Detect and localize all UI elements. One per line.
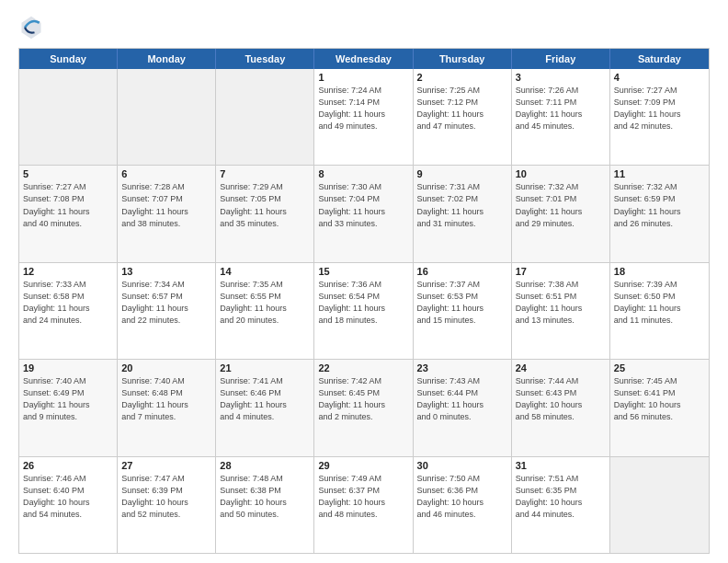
- day-info: and 45 minutes.: [516, 121, 606, 132]
- day-info: Daylight: 11 hours: [417, 303, 507, 315]
- day-info: and 7 minutes.: [121, 411, 211, 423]
- day-number: 28: [220, 460, 310, 471]
- calendar-cell: 9Sunrise: 7:31 AMSunset: 7:02 PMDaylight…: [414, 166, 512, 261]
- day-info: and 29 minutes.: [516, 218, 606, 230]
- logo-icon: [18, 15, 44, 40]
- day-info: Sunrise: 7:39 AM: [614, 279, 705, 291]
- header-day-tuesday: Tuesday: [216, 49, 314, 69]
- day-info: Sunset: 7:08 PM: [23, 193, 113, 205]
- day-info: Sunrise: 7:43 AM: [417, 375, 507, 387]
- day-info: Daylight: 11 hours: [516, 206, 606, 218]
- day-info: and 13 minutes.: [516, 315, 606, 327]
- calendar-row-2: 5Sunrise: 7:27 AMSunset: 7:08 PMDaylight…: [19, 166, 709, 262]
- day-info: Sunrise: 7:48 AM: [220, 473, 310, 485]
- day-info: Sunrise: 7:35 AM: [220, 279, 310, 291]
- day-info: Sunrise: 7:30 AM: [318, 181, 408, 193]
- calendar-cell: 24Sunrise: 7:44 AMSunset: 6:43 PMDayligh…: [512, 360, 610, 455]
- calendar-cell: 1Sunrise: 7:24 AMSunset: 7:14 PMDaylight…: [314, 69, 413, 165]
- calendar-cell: 29Sunrise: 7:49 AMSunset: 6:37 PMDayligh…: [314, 457, 413, 553]
- day-number: 27: [121, 460, 211, 471]
- day-info: Sunrise: 7:27 AM: [23, 181, 113, 193]
- day-number: 5: [23, 168, 113, 179]
- day-info: Daylight: 10 hours: [220, 497, 310, 509]
- day-info: Sunset: 6:45 PM: [318, 387, 408, 399]
- calendar-cell: [118, 69, 216, 165]
- day-number: 10: [516, 168, 606, 179]
- day-info: Daylight: 11 hours: [318, 303, 408, 315]
- header-day-thursday: Thursday: [414, 49, 512, 69]
- calendar-cell: 13Sunrise: 7:34 AMSunset: 6:57 PMDayligh…: [118, 263, 216, 359]
- day-info: Sunset: 7:07 PM: [121, 193, 211, 205]
- calendar-cell: 23Sunrise: 7:43 AMSunset: 6:44 PMDayligh…: [414, 360, 512, 455]
- calendar-grid: 1Sunrise: 7:24 AMSunset: 7:14 PMDaylight…: [19, 69, 709, 553]
- day-info: Daylight: 10 hours: [516, 399, 606, 411]
- day-info: and 56 minutes.: [614, 411, 705, 423]
- day-info: Sunset: 6:41 PM: [614, 387, 705, 399]
- day-info: Sunset: 6:44 PM: [417, 387, 507, 399]
- day-info: Daylight: 11 hours: [516, 109, 606, 121]
- day-info: and 18 minutes.: [318, 315, 408, 327]
- day-info: Sunset: 6:58 PM: [23, 291, 113, 303]
- day-info: Daylight: 11 hours: [318, 206, 408, 218]
- day-info: Sunset: 6:37 PM: [318, 485, 408, 497]
- day-info: Sunrise: 7:49 AM: [318, 473, 408, 485]
- calendar-cell: 4Sunrise: 7:27 AMSunset: 7:09 PMDaylight…: [610, 69, 709, 165]
- day-info: and 20 minutes.: [220, 315, 310, 327]
- day-info: Sunset: 6:59 PM: [614, 193, 705, 205]
- day-info: Sunset: 6:43 PM: [516, 387, 606, 399]
- day-info: and 26 minutes.: [614, 218, 705, 230]
- calendar-cell: 25Sunrise: 7:45 AMSunset: 6:41 PMDayligh…: [610, 360, 709, 455]
- day-info: Daylight: 11 hours: [614, 109, 705, 121]
- day-info: Sunset: 6:36 PM: [417, 485, 507, 497]
- day-info: Sunrise: 7:50 AM: [417, 473, 507, 485]
- day-info: and 40 minutes.: [23, 218, 113, 230]
- day-number: 1: [318, 72, 408, 83]
- calendar-cell: [216, 69, 314, 165]
- calendar-cell: 18Sunrise: 7:39 AMSunset: 6:50 PMDayligh…: [610, 263, 709, 359]
- calendar-cell: 26Sunrise: 7:46 AMSunset: 6:40 PMDayligh…: [19, 457, 118, 553]
- day-info: Sunrise: 7:34 AM: [121, 279, 211, 291]
- header-day-sunday: Sunday: [19, 49, 118, 69]
- day-info: Daylight: 11 hours: [121, 206, 211, 218]
- calendar-cell: 31Sunrise: 7:51 AMSunset: 6:35 PMDayligh…: [512, 457, 610, 553]
- day-number: 8: [318, 168, 408, 179]
- day-info: Sunset: 6:49 PM: [23, 387, 113, 399]
- header-day-wednesday: Wednesday: [314, 49, 413, 69]
- day-info: Sunrise: 7:38 AM: [516, 279, 606, 291]
- day-info: Sunrise: 7:41 AM: [220, 375, 310, 387]
- day-info: and 24 minutes.: [23, 315, 113, 327]
- calendar-cell: [610, 457, 709, 553]
- day-info: Sunrise: 7:44 AM: [516, 375, 606, 387]
- day-info: and 58 minutes.: [516, 411, 606, 423]
- day-info: Daylight: 11 hours: [220, 399, 310, 411]
- day-info: Sunset: 6:39 PM: [121, 485, 211, 497]
- day-info: Daylight: 11 hours: [318, 109, 408, 121]
- day-info: Sunrise: 7:27 AM: [614, 85, 705, 97]
- calendar-cell: 21Sunrise: 7:41 AMSunset: 6:46 PMDayligh…: [216, 360, 314, 455]
- day-info: and 2 minutes.: [318, 411, 408, 423]
- day-number: 22: [318, 362, 408, 373]
- calendar-cell: 5Sunrise: 7:27 AMSunset: 7:08 PMDaylight…: [19, 166, 118, 261]
- day-number: 17: [516, 266, 606, 277]
- day-info: and 54 minutes.: [23, 509, 113, 521]
- day-info: Sunset: 7:09 PM: [614, 97, 705, 109]
- day-number: 3: [516, 72, 606, 83]
- day-info: and 33 minutes.: [318, 218, 408, 230]
- day-info: Sunrise: 7:42 AM: [318, 375, 408, 387]
- day-info: Daylight: 11 hours: [121, 303, 211, 315]
- day-info: Sunset: 6:46 PM: [220, 387, 310, 399]
- day-info: and 4 minutes.: [220, 411, 310, 423]
- day-info: Sunset: 7:05 PM: [220, 193, 310, 205]
- calendar-cell: 16Sunrise: 7:37 AMSunset: 6:53 PMDayligh…: [414, 263, 512, 359]
- header-day-monday: Monday: [118, 49, 216, 69]
- day-number: 26: [23, 460, 113, 471]
- day-number: 24: [516, 362, 606, 373]
- day-info: Sunset: 6:35 PM: [516, 485, 606, 497]
- day-info: Sunrise: 7:40 AM: [23, 375, 113, 387]
- day-number: 4: [614, 72, 705, 83]
- day-info: Sunset: 6:48 PM: [121, 387, 211, 399]
- calendar-cell: 12Sunrise: 7:33 AMSunset: 6:58 PMDayligh…: [19, 263, 118, 359]
- day-info: Sunrise: 7:31 AM: [417, 181, 507, 193]
- calendar-cell: 11Sunrise: 7:32 AMSunset: 6:59 PMDayligh…: [610, 166, 709, 261]
- day-info: Sunset: 7:02 PM: [417, 193, 507, 205]
